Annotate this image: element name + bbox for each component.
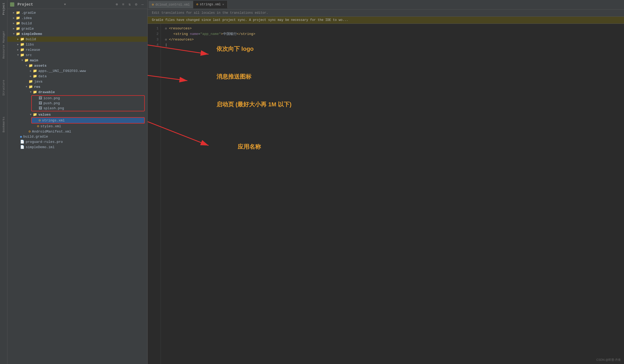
line-number-2: 2: [148, 31, 159, 37]
tree-arrow-gradle: ▶: [12, 11, 16, 14]
tree-item-proguard[interactable]: 📄 proguard-rules.pro: [7, 139, 147, 144]
left-tab-project[interactable]: Project: [1, 0, 6, 17]
tree-item-libs[interactable]: ▶ 📁 libs: [7, 42, 147, 47]
xml-icon-strings-xml: ⚙: [39, 118, 41, 122]
folder-icon-drawable: 📁: [33, 90, 37, 94]
tree-item-gradle-dir[interactable]: ▶ 📁 gradle: [7, 26, 147, 31]
dropdown-arrow-icon[interactable]: ▼: [64, 3, 66, 6]
collapse-all-icon[interactable]: ≡: [121, 2, 125, 7]
tree-item-android-manifest[interactable]: ⚙ AndroidManifest.xml: [7, 129, 147, 134]
tree-label-main: main: [30, 58, 38, 62]
tree-label-gradle: .gradle: [21, 11, 36, 15]
tree-item-idea[interactable]: ▶ 📁 .idea: [7, 15, 147, 21]
tab-close-strings[interactable]: ✕: [222, 3, 224, 6]
tree-label-apps-uni: apps.__UNI__F092F03.www: [38, 69, 86, 73]
tree-item-push-png[interactable]: 🖼 push.png: [32, 101, 144, 106]
tree-item-simpledemo-iml[interactable]: 📄 simpleDemo.iml: [7, 144, 147, 150]
folder-icon-gradle: 📁: [16, 11, 20, 15]
tree-label-proguard: proguard-rules.pro: [26, 140, 63, 144]
folder-icon-build-root: 📁: [16, 21, 20, 25]
code-content[interactable]: ⊟ <resources> <string name="app_name">中国…: [161, 24, 624, 364]
left-tab-bookmarks[interactable]: Bookmarks: [1, 114, 6, 135]
sidebar-title: Project: [17, 2, 62, 7]
tree-label-simpledemo: simpleDemo: [21, 32, 42, 36]
tree-label-libs: libs: [26, 43, 34, 47]
tree-item-drawable[interactable]: ▼ 📁 drawable: [7, 89, 147, 95]
tree-label-java: java: [34, 80, 42, 84]
tree-item-data[interactable]: ▶ 📁 data: [7, 74, 147, 79]
tree-item-splash-png[interactable]: 🖼 splash.png: [32, 106, 144, 111]
tree-item-release[interactable]: ▶ 📁 release: [7, 47, 147, 52]
tag-resources-close: </resources>: [169, 38, 194, 42]
tab-strings-xml[interactable]: ⚙ strings.xml ✕: [193, 1, 228, 8]
tree-arrow-idea: ▶: [12, 16, 16, 20]
folder-icon-apps-uni: 📁: [33, 69, 37, 73]
tree-item-simpledemo[interactable]: ▼ 📁 simpleDemo: [7, 31, 147, 37]
tree-label-styles-xml: styles.xml: [40, 124, 61, 128]
tree-arrow-release: ▶: [16, 48, 20, 51]
tree-label-android-manifest: AndroidManifest.xml: [32, 130, 71, 134]
folder-icon-values: 📁: [33, 112, 37, 117]
tree-item-java[interactable]: 📁 java: [7, 79, 147, 84]
folder-icon-gradle-dir: 📁: [16, 26, 20, 31]
tree-item-build-root[interactable]: ▶ 📁 build: [7, 21, 147, 26]
tree-item-styles-xml[interactable]: ⚙ styles.xml: [7, 124, 147, 129]
tree-arrow-drawable: ▼: [29, 91, 33, 94]
attr-name: name: [190, 32, 198, 36]
expand-icon[interactable]: ⇅: [128, 2, 132, 7]
tree-item-build[interactable]: ▶ 📁 build: [7, 37, 147, 42]
folder-icon-simpledemo: 📁: [16, 32, 20, 36]
tag-string-close: </string>: [237, 32, 255, 36]
tree-label-gradle-dir: gradle: [21, 27, 34, 31]
tree-item-gradle[interactable]: ▶ 📁 .gradle: [7, 10, 147, 15]
tree-item-strings-xml[interactable]: ⚙ strings.xml: [31, 117, 145, 124]
tree-item-values[interactable]: ▼ 📁 values: [7, 112, 147, 117]
tree-label-src: src: [26, 53, 32, 57]
tree-label-build-root: build: [21, 21, 32, 25]
sidebar: Project ▼ ⊕ ≡ ⇅ ⚙ — ▶ 📁 .gradle ▶ 📁 .ide…: [7, 0, 148, 364]
main-area: ⚙ dcloud_control.xml ⚙ strings.xml ✕ Edi…: [148, 0, 624, 364]
tree-item-assets[interactable]: ▼ 📁 assets: [7, 63, 147, 68]
tree-arrow-values: ▼: [29, 113, 33, 116]
code-line-1: ⊟ <resources>: [165, 26, 620, 31]
info-text-gradle: Gradle files have changed since last pro…: [152, 18, 348, 22]
tree-arrow-apps-uni: ▶: [29, 69, 33, 72]
tree-item-main[interactable]: ▼ 📁 main: [7, 58, 147, 63]
tab-label-dcloud: dcloud_control.xml: [155, 3, 190, 7]
tree-label-build: build: [26, 37, 36, 41]
left-tab-structure[interactable]: Structure: [1, 77, 6, 98]
tab-dcloud-control[interactable]: ⚙ dcloud_control.xml: [149, 1, 193, 8]
tree-item-src[interactable]: ▼ 📁 src: [7, 52, 147, 58]
tree-label-push-png: push.png: [43, 101, 60, 105]
tree-item-icon-png[interactable]: 🖼 icon.png: [32, 96, 144, 101]
string-value: 中国银行: [223, 32, 237, 36]
tree-label-assets: assets: [34, 64, 47, 68]
line-number-4: 4: [148, 42, 159, 48]
folder-icon-src: 📁: [20, 53, 24, 57]
left-tab-resource[interactable]: Resource Manager: [1, 28, 6, 61]
folder-icon-libs: 📁: [20, 42, 24, 47]
minimize-icon[interactable]: —: [141, 2, 145, 7]
project-folder-icon: [10, 2, 14, 7]
tree-label-icon-png: icon.png: [43, 96, 60, 100]
settings-icon[interactable]: ⚙: [134, 2, 138, 7]
code-line-2: <string name="app_name">中国银行</string>: [165, 31, 620, 37]
image-icon-splash-png: 🖼: [39, 106, 42, 110]
line-numbers: 1 2 3 4: [148, 24, 161, 364]
info-text-translations: Edit translations for all locales in the…: [152, 11, 268, 15]
folder-icon-java: 📁: [29, 79, 33, 84]
tree-item-res[interactable]: ▼ 📁 res: [7, 84, 147, 89]
folder-icon-main: 📁: [24, 58, 29, 62]
tree-arrow-main: ▼: [20, 59, 24, 62]
tree-arrow-build-root: ▶: [12, 22, 16, 25]
tab-bar: ⚙ dcloud_control.xml ⚙ strings.xml ✕: [148, 0, 624, 10]
iml-icon-simpledemo: 📄: [20, 145, 24, 149]
tree-label-release: release: [26, 48, 40, 52]
left-tab-bar: Project Resource Manager Structure Bookm…: [0, 0, 7, 364]
gradle-icon-build-gradle: ▣: [20, 135, 22, 138]
folder-icon-assets: 📁: [29, 63, 33, 68]
tree-item-apps-uni[interactable]: ▶ 📁 apps.__UNI__F092F03.www: [7, 68, 147, 74]
locate-icon[interactable]: ⊕: [115, 2, 119, 7]
tree-item-build-gradle[interactable]: ▣ build.gradle: [7, 134, 147, 139]
folder-icon-release: 📁: [20, 48, 24, 52]
